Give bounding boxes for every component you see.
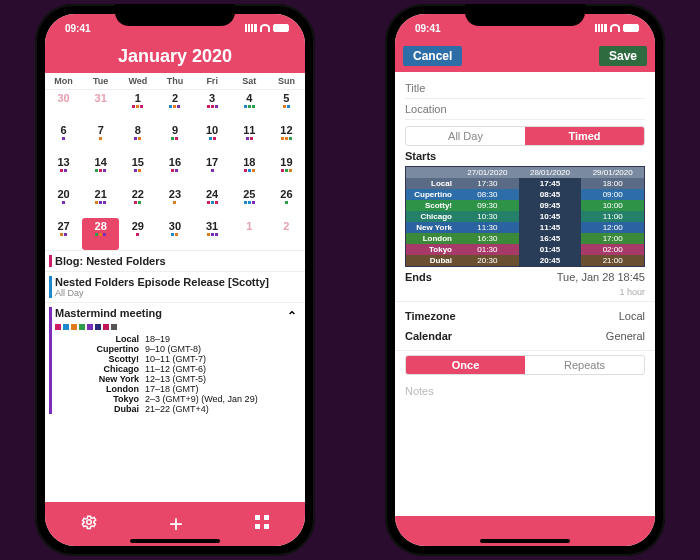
day-cell[interactable]: 22 — [119, 186, 156, 218]
day-cell[interactable]: 7 — [82, 122, 119, 154]
ends-value[interactable]: Tue, Jan 28 18:45 — [557, 271, 645, 283]
signal-icon — [595, 24, 607, 32]
day-cell[interactable]: 14 — [82, 154, 119, 186]
day-cell[interactable]: 10 — [194, 122, 231, 154]
svg-point-0 — [87, 520, 92, 525]
event-list: Blog: Nested FoldersNested Folders Episo… — [45, 250, 305, 502]
cancel-button[interactable]: Cancel — [403, 46, 462, 66]
status-time: 09:41 — [65, 23, 91, 34]
segment-allday[interactable]: All Day — [406, 127, 525, 145]
notch — [465, 4, 585, 26]
phone-calendar-view: 09:41 January 2020 MonTueWedThuFriSatSun… — [35, 4, 315, 556]
day-cell[interactable]: 13 — [45, 154, 82, 186]
day-cell[interactable]: 5 — [268, 90, 305, 122]
add-event-icon[interactable]: + — [169, 510, 183, 538]
day-cell[interactable]: 18 — [231, 154, 268, 186]
event-item[interactable]: Mastermind meeting⌃Local18–19Cupertino9–… — [45, 302, 305, 418]
day-cell[interactable]: 21 — [82, 186, 119, 218]
wifi-icon — [260, 24, 270, 32]
settings-icon[interactable] — [80, 513, 98, 535]
day-cell[interactable]: 4 — [231, 90, 268, 122]
wifi-icon — [610, 24, 620, 32]
day-cell[interactable]: 17 — [194, 154, 231, 186]
home-indicator[interactable] — [480, 539, 570, 543]
ends-label[interactable]: Ends — [405, 271, 432, 283]
day-cell[interactable]: 2 — [156, 90, 193, 122]
day-cell[interactable]: 29 — [119, 218, 156, 250]
save-button[interactable]: Save — [599, 46, 647, 66]
svg-rect-2 — [264, 515, 269, 520]
dow-cell: Sun — [268, 73, 305, 89]
location-field[interactable]: Location — [405, 99, 645, 120]
day-cell[interactable]: 31 — [194, 218, 231, 250]
svg-rect-1 — [255, 515, 260, 520]
home-indicator[interactable] — [130, 539, 220, 543]
day-cell[interactable]: 9 — [156, 122, 193, 154]
day-cell[interactable]: 6 — [45, 122, 82, 154]
day-cell[interactable]: 8 — [119, 122, 156, 154]
signal-icon — [245, 24, 257, 32]
event-item[interactable]: Blog: Nested Folders — [45, 250, 305, 271]
status-time: 09:41 — [415, 23, 441, 34]
day-cell[interactable]: 31 — [82, 90, 119, 122]
calendar-label[interactable]: Calendar — [405, 330, 452, 342]
day-cell[interactable]: 24 — [194, 186, 231, 218]
recurrence-segment[interactable]: Once Repeats — [405, 355, 645, 375]
allday-timed-segment[interactable]: All Day Timed — [405, 126, 645, 146]
dow-header: MonTueWedThuFriSatSun — [45, 73, 305, 90]
day-cell[interactable]: 1 — [231, 218, 268, 250]
day-cell[interactable]: 20 — [45, 186, 82, 218]
segment-timed[interactable]: Timed — [525, 127, 644, 145]
collapse-icon[interactable]: ⌃ — [287, 309, 297, 323]
day-cell[interactable]: 15 — [119, 154, 156, 186]
day-cell[interactable]: 1 — [119, 90, 156, 122]
notes-field[interactable]: Notes — [405, 381, 645, 401]
day-cell[interactable]: 23 — [156, 186, 193, 218]
starts-label: Starts — [405, 150, 436, 162]
dow-cell: Tue — [82, 73, 119, 89]
day-cell[interactable]: 26 — [268, 186, 305, 218]
day-cell[interactable]: 30 — [156, 218, 193, 250]
battery-icon — [273, 24, 289, 32]
timezone-label[interactable]: Timezone — [405, 310, 456, 322]
day-cell[interactable]: 30 — [45, 90, 82, 122]
svg-rect-3 — [255, 524, 260, 529]
timezone-time-grid[interactable]: 27/01/202028/01/202029/01/2020Local17:30… — [405, 166, 645, 267]
segment-once[interactable]: Once — [406, 356, 525, 374]
dow-cell: Mon — [45, 73, 82, 89]
battery-icon — [623, 24, 639, 32]
dow-cell: Thu — [156, 73, 193, 89]
day-cell[interactable]: 11 — [231, 122, 268, 154]
day-cell[interactable]: 25 — [231, 186, 268, 218]
dow-cell: Fri — [194, 73, 231, 89]
day-cell[interactable]: 12 — [268, 122, 305, 154]
day-cell[interactable]: 28 — [82, 218, 119, 250]
calendar-value[interactable]: General — [606, 330, 645, 342]
day-cell[interactable]: 19 — [268, 154, 305, 186]
month-grid[interactable]: 3031123456789101112131415161718192021222… — [45, 90, 305, 250]
event-item[interactable]: Nested Folders Episode Release [Scotty]A… — [45, 271, 305, 302]
day-cell[interactable]: 2 — [268, 218, 305, 250]
month-title[interactable]: January 2020 — [45, 42, 305, 73]
view-grid-icon[interactable] — [254, 514, 270, 534]
title-field[interactable]: Title — [405, 78, 645, 99]
phone-event-editor: 09:41 Cancel Save Title Location All Day… — [385, 4, 665, 556]
editor-header: Cancel Save — [395, 42, 655, 72]
dow-cell: Sat — [231, 73, 268, 89]
duration-label: 1 hour — [405, 287, 645, 297]
day-cell[interactable]: 27 — [45, 218, 82, 250]
notch — [115, 4, 235, 26]
day-cell[interactable]: 16 — [156, 154, 193, 186]
day-cell[interactable]: 3 — [194, 90, 231, 122]
timezone-value[interactable]: Local — [619, 310, 645, 322]
svg-rect-4 — [264, 524, 269, 529]
segment-repeats[interactable]: Repeats — [525, 356, 644, 374]
dow-cell: Wed — [119, 73, 156, 89]
